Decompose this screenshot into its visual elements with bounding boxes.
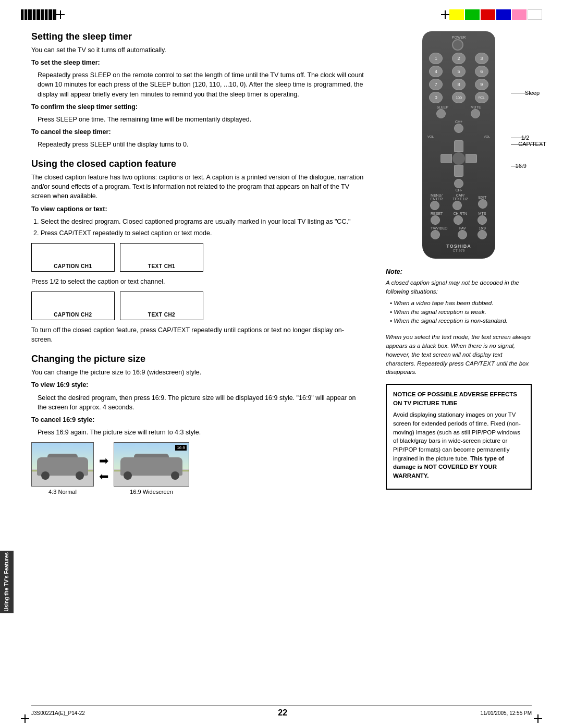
confirm-sleep-text: Press SLEEP one time. The remaining time… [31,115,365,124]
cancel-sleep-text: Repeatedly press SLEEP until the display… [31,140,365,149]
reset-section: RESET [431,212,443,225]
normal-label: 4:3 Normal [31,489,94,495]
menu-section: MENU/ ENTER [430,193,443,210]
power-section: POWER [452,35,466,51]
text-ch1-label: TEXT CH1 [148,263,175,269]
warning-title: NOTICE OF POSSIBLE ADVERSE EFFECTS ON TV… [393,390,524,407]
sleep-timer-intro: You can set the TV so it turns off autom… [31,45,365,55]
picture-size-section: Changing the picture size You can change… [31,354,365,495]
reset-button[interactable] [431,215,440,225]
exit-button[interactable] [478,199,487,209]
power-button[interactable] [452,39,463,51]
dpad-up[interactable] [454,140,463,152]
btn-3[interactable]: 3 [475,53,488,64]
ch-minus-button[interactable] [454,179,463,188]
mts-button[interactable] [478,215,487,225]
btn-169[interactable] [478,230,487,239]
annotation-line-half [511,138,527,138]
btn-100[interactable]: 100 [452,92,466,103]
ch-rtn-section: CH RTN [454,212,467,225]
captext-label: CAP/ [452,193,468,197]
right-column: Sleep 1/2 CAP/TEXT 16:9 POWER [386,31,532,697]
confirm-sleep-label: To confirm the sleep timer setting: [31,102,365,112]
color-bar-yellow [449,9,464,20]
tvvideo-label: TV/VIDEO [431,226,448,230]
picture-size-intro: You can change the picture size to 16:9 … [31,368,365,377]
crossmark-bottom-left [21,714,29,723]
set-sleep-label: To set the sleep timer: [31,58,365,67]
caption-ch1-label: CAPTION CH1 [54,263,92,269]
mute-button[interactable] [471,109,480,118]
btn-9[interactable]: 9 [475,79,488,90]
cancel-sleep-label: To cancel the sleep timer: [31,127,365,137]
dpad-down[interactable] [454,165,463,177]
ch-plus-button[interactable] [454,124,463,133]
annotation-line-captext [511,144,543,144]
caption-boxes-row2: CAPTION CH2 TEXT CH2 [31,292,365,320]
crossmark-top-left [56,10,65,19]
dpad-left[interactable] [440,154,452,163]
annotation-line-169 [511,166,523,166]
ch-rtn-button[interactable] [454,215,463,225]
btn-1[interactable]: 1 [429,53,443,64]
btn-0[interactable]: 0 [429,92,443,103]
model-name: CT-979 [425,249,492,252]
fav-section: FAV [458,226,467,239]
picture-size-heading: Changing the picture size [31,354,365,365]
note-bullets: When a video tape has been dubbed. When … [386,299,532,325]
dpad [440,140,477,177]
vol-right-label: VOL [484,135,490,138]
vol-left-label: VOL [427,135,434,138]
caption-steps: Select the desired program. Closed capti… [31,217,365,238]
car-wheel-left-wide [124,471,132,480]
arrow-left-icon: ⬅ [99,470,108,483]
ch-plus-row: CH+ [425,120,492,133]
sleep-label: SLEEP [436,105,448,109]
btn-6[interactable]: 6 [475,66,488,77]
exit-label: EXIT [478,196,487,199]
btn-8[interactable]: 8 [452,79,466,90]
car-wheel-right-wide [171,471,179,480]
note-intro: A closed caption signal may not be decod… [386,278,532,296]
exit-section: EXIT [478,196,487,209]
reset-label: RESET [431,212,443,215]
caption-ch2-box: CAPTION CH2 [31,292,115,320]
wide-picture-container: 16:9 16:9 Widescreen [114,442,189,495]
view-caption-label: To view captions or text: [31,204,365,214]
btn-2[interactable]: 2 [452,53,466,64]
captext-section: CAP/ TEXT 1/2 [452,193,468,210]
reset-row: RESET CH RTN MTS [425,212,492,225]
cancel-169-text: Press 16:9 again. The picture size will … [31,428,365,437]
menu-enter-button[interactable] [430,201,439,210]
dpad-center[interactable] [452,152,465,165]
sleep-button[interactable] [436,109,446,118]
color-bars [449,9,542,20]
sidebar-tab: Using the TV's Features [0,551,14,613]
warning-text: Avoid displaying stationary images on yo… [393,410,524,480]
power-label: POWER [452,35,466,39]
btn-recall[interactable]: RCL [475,92,488,103]
view-169-label: To view 16:9 style: [31,380,365,390]
normal-picture-box [31,442,94,487]
car-wheel-right [76,471,84,480]
barcode-left [21,9,56,20]
note-title: Note: [386,267,532,276]
remote-wrapper: Sleep 1/2 CAP/TEXT 16:9 POWER [407,31,511,259]
ch-plus-label: CH+ [425,120,492,124]
tvvideo-button[interactable] [431,230,440,239]
menu-enter-label: MENU/ [430,193,443,197]
arrows: ➡ ⬅ [99,454,108,483]
fav-button[interactable] [458,230,467,239]
cancel-169-label: To cancel 16:9 style: [31,415,365,424]
closed-caption-heading: Using the closed caption feature [31,159,365,169]
menu-enter-label2: ENTER [430,197,443,201]
btn-7[interactable]: 7 [429,79,443,90]
color-bar-blue [496,9,511,20]
caption-step-3: Press 1/2 to select the caption or text … [31,277,365,286]
dpad-right[interactable] [466,154,477,163]
btn-5[interactable]: 5 [452,66,466,77]
captext-button[interactable] [452,201,462,210]
btn-4[interactable]: 4 [429,66,443,77]
mts-section: MTS [478,212,487,225]
tvvideo-row: TV/VIDEO FAV 16:9 [425,226,492,239]
